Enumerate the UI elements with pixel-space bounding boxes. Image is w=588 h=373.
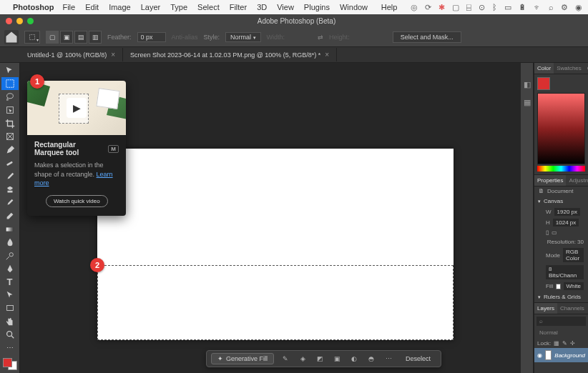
canvas-area[interactable]: ▶ Rectangular Marquee tool M Makes a sel… xyxy=(20,63,521,373)
color-panel-tab[interactable]: Color xyxy=(534,63,554,74)
canvas-width-value[interactable]: 1920 px xyxy=(554,208,580,216)
close-tab-icon[interactable]: × xyxy=(111,51,115,59)
subtract-selection-button[interactable]: ▤ xyxy=(74,31,87,44)
menu-plugins[interactable]: Plugins xyxy=(304,3,330,11)
hue-slider[interactable] xyxy=(537,166,585,171)
intersect-selection-button[interactable]: ▥ xyxy=(89,31,102,44)
search-icon[interactable]: ⌕ xyxy=(549,3,554,11)
transform-selection-icon[interactable]: ▣ xyxy=(331,353,343,364)
bit-depth-value[interactable]: 8 Bits/Chann xyxy=(546,265,584,279)
gradients-panel-tab[interactable]: Gr xyxy=(584,63,588,74)
menu-type[interactable]: Type xyxy=(170,3,187,11)
eyedropper-tool[interactable] xyxy=(1,144,19,156)
control-center-icon[interactable]: ⚙ xyxy=(561,3,568,12)
cc-icon[interactable]: ✱ xyxy=(438,3,445,12)
display-icon[interactable]: ▭ xyxy=(504,3,511,12)
menu-filter[interactable]: Filter xyxy=(230,3,247,11)
canvas-height-value[interactable]: 1024 px xyxy=(553,219,579,227)
rectangular-marquee-tool[interactable] xyxy=(1,77,19,89)
edit-toolbar-icon[interactable]: ⋯ xyxy=(1,342,19,354)
lock-transparency-icon[interactable]: ▦ xyxy=(554,340,559,347)
fill-value[interactable]: White xyxy=(564,282,584,290)
document-tab[interactable]: Screen Shot 2023-06-14 at 1.02.03 PM.png… xyxy=(123,48,337,61)
current-color-swatch[interactable] xyxy=(537,77,550,90)
color-mode-value[interactable]: RGB Color xyxy=(563,248,584,262)
tool-preset-picker[interactable]: ▾ xyxy=(24,31,40,44)
menu-file[interactable]: File xyxy=(62,3,75,11)
orientation-portrait-icon[interactable]: ▯ xyxy=(546,229,549,236)
orientation-landscape-icon[interactable]: ▭ xyxy=(552,229,557,236)
foreground-color-swatch[interactable] xyxy=(3,358,12,367)
panel-icon[interactable]: ▦ xyxy=(524,98,531,107)
layer-visibility-icon[interactable]: ◉ xyxy=(537,352,542,359)
bluetooth-icon[interactable]: ᛒ xyxy=(492,3,497,11)
lasso-tool[interactable] xyxy=(1,91,19,103)
feather-input[interactable] xyxy=(137,32,166,42)
adjustments-panel-tab[interactable]: Adjustme xyxy=(566,175,588,186)
rectangle-tool[interactable] xyxy=(1,302,19,314)
watch-video-button[interactable]: Watch quick video xyxy=(46,195,108,207)
layers-panel-tab[interactable]: Layers xyxy=(534,303,557,314)
collapse-icon[interactable]: ▾ xyxy=(538,294,541,300)
layer-name[interactable]: Background xyxy=(554,352,585,359)
object-selection-tool[interactable] xyxy=(1,104,19,116)
sync-icon[interactable]: ⟳ xyxy=(425,3,431,12)
play-video-icon[interactable]: ▶ xyxy=(67,98,87,118)
blur-tool[interactable] xyxy=(1,236,19,248)
document-tab[interactable]: Untitled-1 @ 100% (RGB/8) × xyxy=(20,48,123,61)
more-options-icon[interactable]: ⋯ xyxy=(383,353,394,364)
zoom-tool[interactable] xyxy=(1,329,19,341)
dodge-tool[interactable] xyxy=(1,249,19,262)
history-brush-tool[interactable] xyxy=(1,197,19,209)
menu-select[interactable]: Select xyxy=(197,3,220,11)
modify-selection-icon[interactable]: ◈ xyxy=(297,353,308,364)
menu-window[interactable]: Window xyxy=(340,3,368,11)
siri-icon[interactable]: ◉ xyxy=(575,3,582,12)
frame-tool[interactable] xyxy=(1,130,19,142)
type-tool[interactable]: T xyxy=(1,276,19,288)
deselect-button[interactable]: Deselect xyxy=(400,354,436,364)
menu-help[interactable]: Help xyxy=(381,3,398,11)
brush-tool[interactable] xyxy=(1,170,19,182)
generative-fill-button[interactable]: ✦ Generative Fill xyxy=(211,353,274,364)
layer-filter[interactable]: ⌕ xyxy=(536,317,586,326)
app-menu[interactable]: Photoshop xyxy=(13,3,54,11)
brush-selection-icon[interactable]: ✎ xyxy=(280,353,291,364)
menu-layer[interactable]: Layer xyxy=(141,3,161,11)
home-button[interactable] xyxy=(4,30,19,44)
properties-panel-tab[interactable]: Properties xyxy=(534,175,566,186)
menu-view[interactable]: View xyxy=(277,3,294,11)
box-icon[interactable]: ▢ xyxy=(452,3,459,12)
crop-tool[interactable] xyxy=(1,117,19,129)
fill-selection-icon[interactable]: ◐ xyxy=(348,353,360,364)
pen-tool[interactable] xyxy=(1,262,19,274)
fill-color-swatch[interactable] xyxy=(556,284,560,289)
swatches-panel-tab[interactable]: Swatches xyxy=(554,63,584,74)
gradient-tool[interactable] xyxy=(1,223,19,235)
move-tool[interactable] xyxy=(1,64,19,76)
menu-image[interactable]: Image xyxy=(109,3,131,11)
refresh-icon[interactable]: ⊙ xyxy=(479,3,485,12)
create-mask-icon[interactable]: ◓ xyxy=(366,353,377,364)
invert-selection-icon[interactable]: ◩ xyxy=(314,353,325,364)
select-and-mask-button[interactable]: Select and Mask... xyxy=(393,31,461,43)
menu-edit[interactable]: Edit xyxy=(85,3,99,11)
close-tab-icon[interactable]: × xyxy=(325,51,329,59)
document-canvas[interactable] xyxy=(97,149,454,340)
color-picker-field[interactable] xyxy=(537,93,585,164)
channels-panel-tab[interactable]: Channels xyxy=(557,303,587,314)
style-dropdown[interactable]: Normal ▾ xyxy=(225,32,261,42)
wifi-icon[interactable]: ᯤ xyxy=(534,3,542,11)
battery-icon[interactable]: 🔋︎ xyxy=(519,3,526,11)
contextual-task-bar[interactable]: ✦ Generative Fill ✎ ◈ ◩ ▣ ◐ ◓ ⋯ Deselect xyxy=(206,350,441,367)
blend-mode-dropdown[interactable]: Normal xyxy=(536,328,586,337)
foreground-background-colors[interactable] xyxy=(3,358,17,370)
eraser-tool[interactable] xyxy=(1,209,19,222)
hand-tool[interactable] xyxy=(1,315,19,327)
dock-icon[interactable]: ⌸ xyxy=(466,3,471,11)
record-icon[interactable]: ◎ xyxy=(411,3,418,12)
collapse-icon[interactable]: ▾ xyxy=(538,199,541,204)
lock-position-icon[interactable]: ✢ xyxy=(570,340,575,347)
add-selection-button[interactable]: ▣ xyxy=(60,31,73,44)
new-selection-button[interactable]: ▢ xyxy=(46,31,59,44)
